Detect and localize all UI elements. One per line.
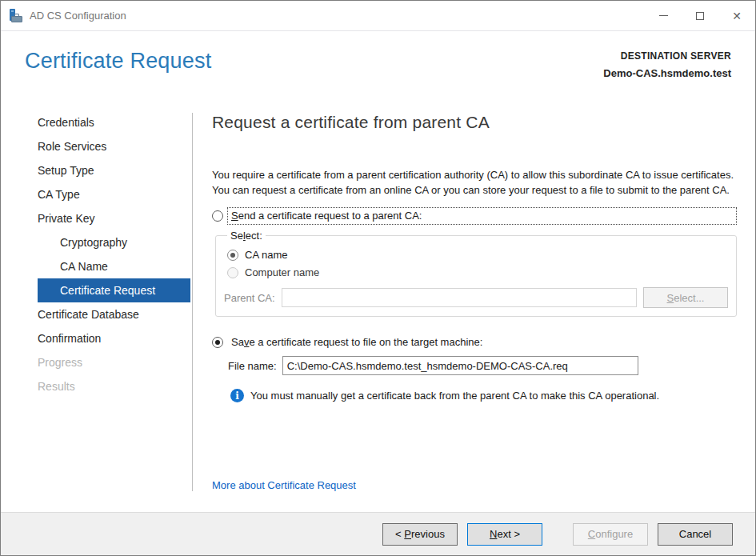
sidebar-item-cryptography[interactable]: Cryptography (38, 230, 193, 254)
wizard-header: Certificate Request DESTINATION SERVER D… (1, 31, 755, 108)
configure-button: Configure (573, 523, 648, 546)
sidebar-item-certificate-database[interactable]: Certificate Database (38, 302, 193, 326)
sidebar-item-certificate-request[interactable]: Certificate Request (38, 278, 190, 302)
page-title: Certificate Request (25, 49, 211, 74)
certificate-request-pane: Request a certificate from parent CA You… (193, 108, 755, 512)
send-request-option: Send a certificate request to a parent C… (212, 207, 737, 225)
maximize-button[interactable] (682, 1, 718, 30)
previous-button[interactable]: < Previous (382, 523, 458, 546)
ca-name-label: CA name (245, 249, 287, 261)
save-request-label[interactable]: Save a certificate request to file on th… (228, 336, 482, 348)
ca-name-option: CA name (224, 249, 728, 261)
info-note: i You must manually get a certificate ba… (212, 389, 737, 402)
parent-ca-input (282, 288, 637, 307)
next-button[interactable]: Next > (467, 523, 542, 546)
info-icon: i (230, 389, 244, 402)
sidebar-item-ca-name[interactable]: CA Name (38, 254, 193, 278)
destination-server-name: Demo-CAS.hsmdemo.test (603, 67, 731, 79)
close-button[interactable]: ✕ (718, 1, 755, 30)
select-parent-ca-button: Select... (643, 287, 728, 308)
sidebar-item-results: Results (38, 374, 193, 398)
sidebar-item-setup-type[interactable]: Setup Type (38, 158, 193, 182)
titlebar: AD CS Configuration ✕ (1, 1, 755, 31)
parent-ca-label: Parent CA: (224, 292, 275, 304)
sidebar-item-confirmation[interactable]: Confirmation (38, 326, 193, 350)
maximize-icon (696, 12, 704, 20)
save-request-radio[interactable] (212, 337, 223, 348)
send-request-radio[interactable] (212, 210, 223, 222)
sidebar-item-role-services[interactable]: Role Services (38, 134, 193, 158)
computer-name-label: Computer name (245, 266, 319, 278)
parent-ca-row: Parent CA: Select... (224, 287, 728, 308)
save-request-option: Save a certificate request to file on th… (212, 336, 737, 348)
send-request-label[interactable]: Send a certificate request to a parent C… (227, 207, 737, 225)
pane-intro-text: You require a certificate from a parent … (212, 167, 737, 198)
select-group-legend: Select: (227, 230, 266, 242)
window-controls: ✕ (645, 1, 755, 30)
sidebar-item-private-key[interactable]: Private Key (38, 206, 193, 230)
cancel-button[interactable]: Cancel (658, 523, 733, 546)
destination-server-block: DESTINATION SERVER Demo-CAS.hsmdemo.test (603, 49, 731, 79)
info-note-text: You must manually get a certificate back… (250, 390, 659, 402)
minimize-button[interactable] (645, 1, 682, 30)
close-icon: ✕ (732, 10, 742, 22)
select-group-box: Select: CA name Computer name Parent CA:… (215, 230, 737, 317)
window-title: AD CS Configuration (30, 10, 126, 22)
file-name-label: File name: (228, 360, 277, 372)
computer-name-option: Computer name (224, 266, 728, 278)
computer-name-radio (227, 267, 238, 278)
sidebar-item-progress: Progress (38, 350, 193, 374)
adcs-configuration-window: AD CS Configuration ✕ Certificate Reques… (0, 0, 756, 556)
sidebar-item-credentials[interactable]: Credentials (38, 110, 193, 134)
ca-name-radio (227, 250, 238, 261)
destination-server-label: DESTINATION SERVER (603, 50, 731, 62)
adcs-app-icon (9, 9, 23, 23)
wizard-footer: < Previous Next > Configure Cancel (1, 512, 755, 555)
minimize-icon (659, 15, 668, 16)
more-about-link[interactable]: More about Certificate Request (212, 479, 356, 491)
sidebar-item-ca-type[interactable]: CA Type (38, 182, 193, 206)
file-name-input[interactable] (282, 356, 638, 375)
pane-heading: Request a certificate from parent CA (212, 113, 737, 132)
file-name-row: File name: (212, 356, 737, 375)
wizard-steps-sidebar: Credentials Role Services Setup Type CA … (1, 108, 193, 512)
